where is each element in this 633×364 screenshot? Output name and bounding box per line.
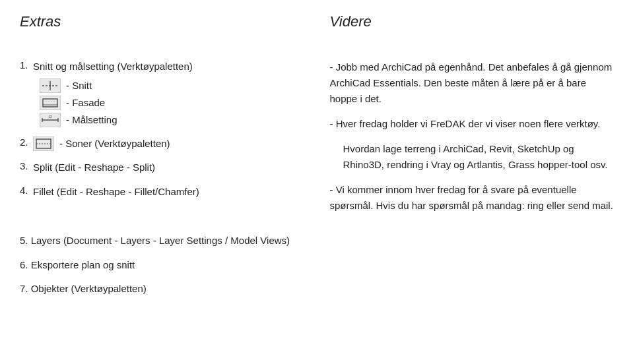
soner-icon — [33, 136, 54, 151]
full-item-label-7: Objekter (Verktøypaletten) — [31, 283, 147, 294]
full-width-section: 5. Layers (Document - Layers - Layer Set… — [20, 233, 613, 297]
snitt-icon — [40, 78, 61, 93]
left-item-2: 2. - Soner (Verktøypaletten) — [20, 136, 297, 152]
right-para-4: - Vi kommer innom hver fredag for å svar… — [330, 182, 614, 214]
full-item-label-6: Eksportere plan og snitt — [31, 259, 135, 270]
sub-label-fasade: - Fasade — [66, 97, 105, 108]
sub-label-malsetting: - Målsetting — [66, 114, 117, 125]
left-heading: Extras — [20, 13, 317, 30]
svg-text:12: 12 — [48, 115, 52, 119]
full-item-number-6: 6. — [20, 259, 28, 270]
left-item-3: 3. Split (Edit - Reshape - Split) — [20, 160, 297, 175]
item-number-2: 2. — [20, 136, 33, 148]
right-para-3: Hvordan lage terreng i ArchiCad, Revit, … — [343, 141, 614, 173]
full-width-item-5: 5. Layers (Document - Layers - Layer Set… — [20, 233, 613, 249]
right-column: - Jobb med ArchiCad på egenhånd. Det anb… — [317, 59, 614, 223]
item-number-3: 3. — [20, 160, 33, 171]
left-column: 1. Snitt og målsetting (Verktøypaletten)… — [20, 59, 317, 223]
left-item-4: 4. Fillet (Edit - Reshape - Fillet/Chamf… — [20, 185, 297, 200]
sub-item-snitt: - Snitt — [40, 78, 297, 93]
item-label-2: - Soner (Verktøypaletten) — [59, 136, 170, 152]
right-para-1: - Jobb med ArchiCad på egenhånd. Det anb… — [330, 59, 614, 107]
full-width-item-7: 7. Objekter (Verktøypaletten) — [20, 282, 613, 297]
sub-item-malsetting: 12 - Målsetting — [40, 113, 297, 127]
sub-label-snitt: - Snitt — [66, 80, 92, 91]
sub-item-fasade: - Fasade — [40, 96, 297, 110]
malsetting-icon: 12 — [40, 113, 61, 127]
full-item-number-7: 7. — [20, 283, 28, 294]
fasade-icon — [40, 96, 61, 110]
full-width-item-6: 6. Eksportere plan og snitt — [20, 258, 613, 273]
item-label-3: Split (Edit - Reshape - Split) — [33, 160, 155, 175]
item-label-4: Fillet (Edit - Reshape - Fillet/Chamfer) — [33, 185, 199, 200]
right-para-2: - Hver fredag holder vi FreDAK der vi vi… — [330, 116, 614, 132]
item-number-4: 4. — [20, 185, 33, 196]
left-item-1: 1. Snitt og målsetting (Verktøypaletten)… — [20, 59, 297, 127]
full-item-number-5: 5. — [20, 235, 28, 246]
item-label-1: Snitt og målsetting (Verktøypaletten) — [33, 59, 193, 75]
full-item-label-5: Layers (Document - Layers - Layer Settin… — [31, 235, 290, 246]
item-number-1: 1. — [20, 59, 33, 71]
right-heading: Videre — [330, 13, 614, 30]
